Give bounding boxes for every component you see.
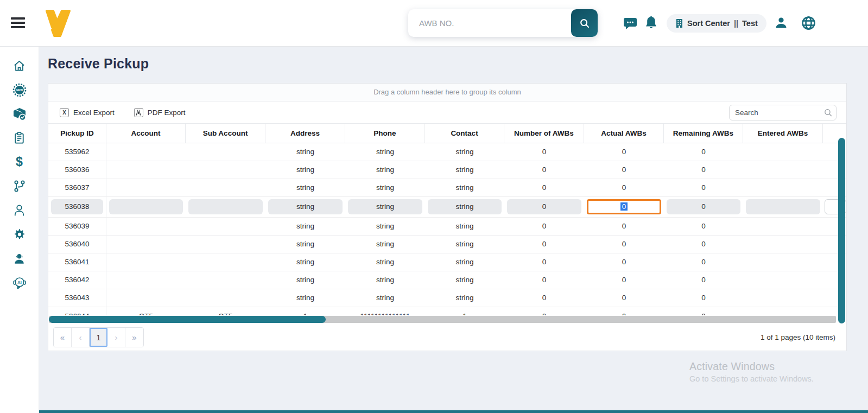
cell-remaining_awbs[interactable]: 0 [664,271,743,289]
column-header-address[interactable]: Address [265,124,345,143]
table-row-536038[interactable]: 536038stringstringstring000 [48,197,846,218]
table-row-536036[interactable]: 536036stringstringstring000 [48,161,846,179]
cell-contact[interactable]: string [425,179,504,196]
cell-sub_account[interactable] [186,253,265,271]
cell-actual_awbs[interactable]: 0 [584,289,664,307]
cell-entered_awbs[interactable] [743,161,823,179]
cell-contact[interactable]: string [425,236,504,253]
cell-remaining_awbs[interactable]: 0 [664,289,743,307]
cell-number_of_awbs[interactable]: 0 [504,307,584,315]
cell-sub_account[interactable] [186,143,265,161]
cell-remaining_awbs[interactable]: 0 [664,253,743,271]
cell-phone[interactable]: string [345,289,425,307]
globe-icon[interactable] [801,15,816,31]
cell-contact[interactable]: string [425,289,504,307]
cell-phone[interactable]: 11111111111111 [345,307,425,315]
cell-address[interactable]: string [265,289,345,307]
table-row-536042[interactable]: 536042stringstringstring000 [48,271,846,289]
sidebar-item-home[interactable] [8,54,31,78]
column-header-remaining_awbs[interactable]: Remaining AWBs [664,124,743,143]
cell-remaining_awbs[interactable]: 0 [664,179,743,196]
cell-address[interactable]: string [265,253,345,271]
cell-phone[interactable]: string [345,161,425,179]
cell-account[interactable]: OT5 [106,307,186,315]
account-edit-input[interactable] [109,199,183,214]
table-row-536041[interactable]: 536041stringstringstring000 [48,253,846,271]
cell-sub_account[interactable] [186,218,265,235]
cell-contact[interactable]: string [425,271,504,289]
cell-number_of_awbs[interactable]: 0 [504,271,584,289]
user-icon[interactable] [774,15,789,30]
last-page-button[interactable]: » [125,328,143,347]
table-row-535962[interactable]: 535962stringstringstring000 [48,143,846,161]
cell-actual_awbs[interactable]: 0 [584,161,664,179]
cell-phone[interactable]: string [345,271,425,289]
cell-account[interactable] [106,253,186,271]
contact-edit-input[interactable]: string [428,199,502,214]
table-row-536040[interactable]: 536040stringstringstring000 [48,236,846,253]
column-header-account[interactable]: Account [106,124,186,143]
cell-pickup_id[interactable]: 536041 [48,253,106,271]
cell-remaining_awbs[interactable]: 0 [664,236,743,253]
cell-number_of_awbs[interactable]: 0 [504,143,584,161]
sidebar-item-users[interactable] [8,198,31,222]
cell-entered_awbs[interactable] [743,253,823,271]
sidebar-item-billing[interactable]: $ [8,150,31,174]
cell-sub_account[interactable] [186,236,265,253]
cell-sub_account[interactable] [186,161,265,179]
cell-account[interactable] [106,271,186,289]
pdf-export-button[interactable]: PDF Export [134,108,186,117]
cell-phone[interactable]: string [345,143,425,161]
number_of_awbs-edit-input[interactable]: 0 [507,199,581,214]
cell-actual_awbs[interactable]: 0 [584,179,664,196]
cell-phone[interactable]: string [345,179,425,196]
table-row-536043[interactable]: 536043stringstringstring000 [48,289,846,307]
cell-pickup_id[interactable]: 535962 [48,143,106,161]
cell-number_of_awbs[interactable]: 0 [504,161,584,179]
cell-number_of_awbs[interactable]: 0 [504,253,584,271]
cell-address[interactable]: 1 [265,307,345,315]
cell-entered_awbs[interactable] [743,289,823,307]
sidebar-item-settings[interactable] [8,223,31,246]
sidebar-item-agents[interactable] [8,246,31,270]
sidebar-item-ai-assistant[interactable]: AI [8,271,31,295]
cell-actual_awbs[interactable]: 0 [584,143,664,161]
vertical-scrollbar-thumb[interactable] [838,138,845,323]
cell-actual_awbs[interactable]: 0 [584,271,664,289]
column-header-entered_awbs[interactable]: Entered AWBs [743,124,823,143]
cell-contact[interactable]: string [425,218,504,235]
cell-address[interactable]: string [265,271,345,289]
cell-entered_awbs[interactable] [743,179,823,196]
cell-remaining_awbs[interactable]: 0 [664,307,743,315]
prev-page-button[interactable]: ‹ [72,328,90,347]
table-row-536044[interactable]: 536044OT5OT51111111111111111000 [48,307,846,315]
cell-pickup_id[interactable]: 536042 [48,271,106,289]
cell-account[interactable] [106,143,186,161]
cell-remaining_awbs[interactable]: 0 [664,143,743,161]
cell-account[interactable] [106,236,186,253]
group-panel[interactable]: Drag a column header here to group its c… [48,84,846,101]
cell-entered_awbs[interactable] [743,218,823,235]
cell-account[interactable] [106,289,186,307]
cell-contact[interactable]: string [425,253,504,271]
sidebar-item-workflow[interactable] [8,174,31,198]
cell-address[interactable]: string [265,218,345,235]
cell-pickup_id[interactable]: 536037 [48,179,106,196]
cell-remaining_awbs[interactable]: 0 [664,218,743,235]
cell-entered_awbs[interactable] [743,236,823,253]
cell-actual_awbs[interactable]: 0 [584,236,664,253]
cell-remaining_awbs[interactable]: 0 [664,161,743,179]
grid-search-input[interactable] [729,105,837,120]
next-page-button[interactable]: › [107,328,125,347]
cell-entered_awbs[interactable] [743,271,823,289]
cell-phone[interactable]: string [345,253,425,271]
cell-address[interactable]: string [265,143,345,161]
phone-edit-input[interactable]: string [348,199,422,214]
excel-export-button[interactable]: X Excel Export [60,108,115,117]
remaining_awbs-edit-input[interactable]: 0 [667,199,740,214]
first-page-button[interactable]: « [54,328,72,347]
cell-actual_awbs[interactable]: 0 [584,218,664,235]
cell-number_of_awbs[interactable]: 0 [504,218,584,235]
cell-sub_account[interactable] [186,179,265,196]
cell-sub_account[interactable] [186,289,265,307]
